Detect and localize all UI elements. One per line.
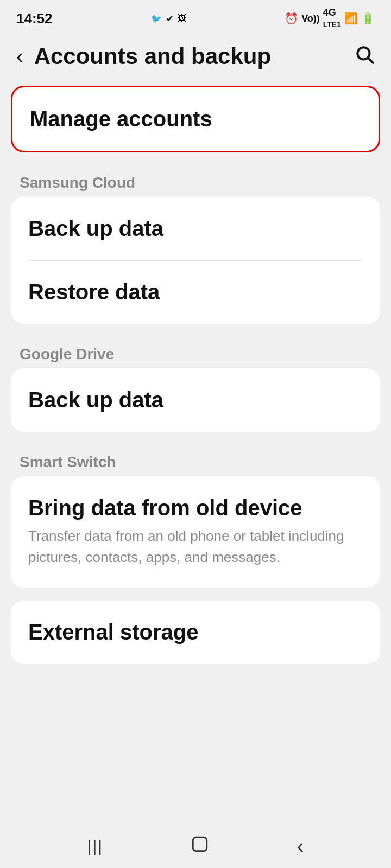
external-storage-title: External storage bbox=[28, 620, 363, 644]
home-button[interactable] bbox=[191, 835, 209, 858]
volte-icon: Vo)) bbox=[301, 13, 320, 24]
bring-data-subtitle: Transfer data from an old phone or table… bbox=[28, 526, 363, 568]
manage-accounts-title: Manage accounts bbox=[30, 107, 361, 131]
google-backup-item[interactable]: Back up data bbox=[11, 368, 380, 432]
lte-icon: 4GLTE1 bbox=[323, 7, 341, 30]
bring-data-title: Bring data from old device bbox=[28, 496, 363, 520]
header-left: ‹ Accounts and backup bbox=[11, 43, 271, 69]
samsung-backup-title: Back up data bbox=[28, 216, 363, 241]
twitter-icon: 🐦 bbox=[151, 14, 162, 24]
battery-icon: 🔋 bbox=[361, 12, 375, 25]
status-bar: 14:52 🐦 ✔ 🖼 ⏰ Vo)) 4GLTE1 📶 🔋 bbox=[0, 0, 391, 33]
google-drive-label: Google Drive bbox=[11, 337, 380, 368]
status-time: 14:52 bbox=[16, 10, 53, 27]
bottom-navigation: ||| ‹ bbox=[0, 825, 391, 868]
google-backup-title: Back up data bbox=[28, 388, 363, 412]
manage-accounts-card[interactable]: Manage accounts bbox=[11, 86, 380, 152]
smart-switch-group: Bring data from old device Transfer data… bbox=[11, 476, 380, 588]
svg-line-1 bbox=[368, 58, 373, 63]
samsung-backup-item[interactable]: Back up data bbox=[11, 197, 380, 260]
external-storage-card[interactable]: External storage bbox=[11, 601, 380, 664]
smart-switch-label: Smart Switch bbox=[11, 445, 380, 476]
mail-icon: ✔ bbox=[166, 14, 173, 24]
page-title: Accounts and backup bbox=[34, 43, 271, 69]
header: ‹ Accounts and backup bbox=[0, 33, 391, 80]
status-left-icons: 🐦 ✔ 🖼 bbox=[151, 14, 186, 24]
google-drive-group: Back up data bbox=[11, 368, 380, 432]
image-icon: 🖼 bbox=[178, 14, 186, 23]
back-button[interactable]: ‹ bbox=[11, 46, 29, 67]
status-right-icons: ⏰ Vo)) 4GLTE1 📶 🔋 bbox=[285, 7, 375, 30]
samsung-restore-title: Restore data bbox=[28, 280, 363, 304]
samsung-restore-item[interactable]: Restore data bbox=[11, 260, 380, 324]
recent-apps-button[interactable]: ||| bbox=[87, 837, 103, 856]
alarm-icon: ⏰ bbox=[285, 12, 298, 25]
back-nav-button[interactable]: ‹ bbox=[297, 835, 304, 858]
samsung-cloud-group: Back up data Restore data bbox=[11, 197, 380, 324]
bring-data-item[interactable]: Bring data from old device Transfer data… bbox=[11, 476, 380, 588]
signal-icon: 📶 bbox=[344, 12, 358, 25]
svg-rect-2 bbox=[193, 837, 207, 851]
search-button[interactable] bbox=[354, 44, 375, 69]
samsung-cloud-label: Samsung Cloud bbox=[11, 165, 380, 197]
content-area: Manage accounts Samsung Cloud Back up da… bbox=[0, 80, 391, 682]
